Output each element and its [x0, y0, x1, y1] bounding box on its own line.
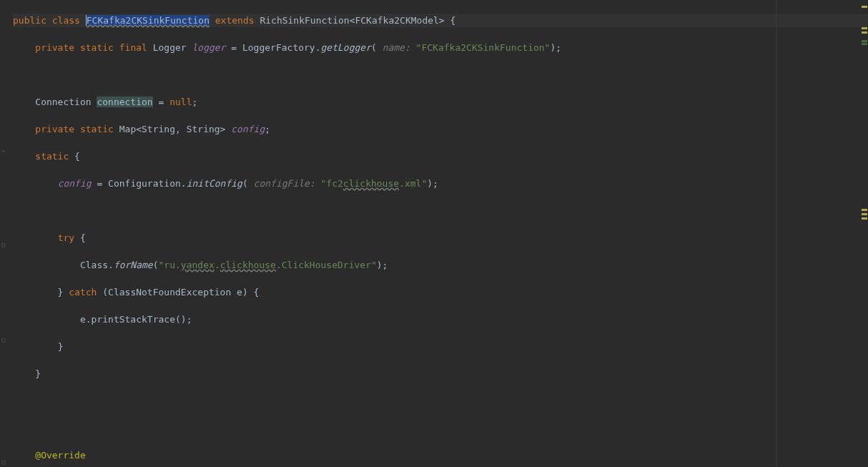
code-line	[13, 421, 868, 435]
minimap[interactable]	[860, 0, 867, 467]
minimap-mark[interactable]	[862, 40, 867, 42]
minimap-warning[interactable]	[862, 213, 867, 215]
code-line: }	[13, 340, 868, 353]
minimap-warning[interactable]	[862, 31, 867, 34]
code-line	[13, 394, 868, 408]
gutter-override-icon[interactable]: ○	[1, 238, 5, 252]
minimap-warning[interactable]	[862, 209, 867, 211]
code-line: config = Configuration.initConfig( confi…	[13, 177, 868, 190]
code-line: }	[13, 367, 868, 380]
code-line	[13, 204, 868, 217]
code-line: } catch (ClassNotFoundException e) {	[13, 285, 868, 299]
code-line: @Override	[13, 448, 868, 462]
class-name: FCKafka2CKSinkFunction	[87, 15, 209, 26]
right-margin-line	[776, 0, 776, 467]
code-line: Class.forName("ru.yandex.clickhouse.Clic…	[13, 258, 868, 272]
minimap-mark[interactable]	[862, 43, 867, 45]
code-line: Connection connection = null;	[13, 95, 868, 109]
minimap-warning[interactable]	[862, 6, 867, 8]
code-editor[interactable]: public class FCKafka2CKSinkFunction exte…	[0, 0, 868, 467]
minimap-warning[interactable]	[862, 217, 867, 220]
gutter-foldable-icon[interactable]: ⌄	[1, 143, 5, 157]
code-line: static {	[13, 149, 868, 163]
gutter-override-icon[interactable]: ○	[1, 333, 5, 347]
code-line: public class FCKafka2CKSinkFunction exte…	[13, 14, 868, 27]
code-line: private static final Logger logger = Log…	[13, 41, 868, 54]
minimap-warning[interactable]	[862, 27, 867, 29]
gutter-override-icon[interactable]: ○	[1, 456, 5, 467]
code-line	[13, 68, 868, 82]
code-line: private static Map<String, String> confi…	[13, 122, 868, 136]
code-line: try {	[13, 231, 868, 245]
code-line: e.printStackTrace();	[13, 313, 868, 326]
